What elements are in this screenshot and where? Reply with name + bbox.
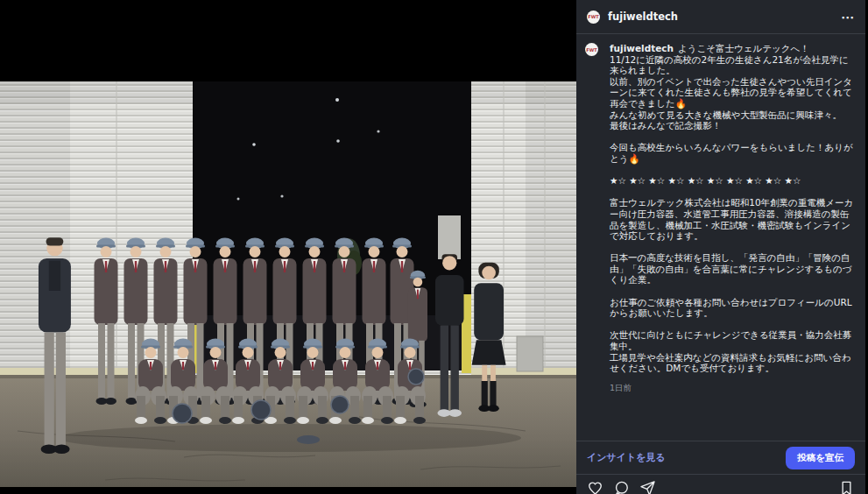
post-header: FWT fujiweldtech ⋯	[576, 0, 865, 34]
group-shadow	[57, 424, 521, 452]
more-options-button[interactable]: ⋯	[841, 9, 855, 25]
comment-button[interactable]	[613, 480, 630, 494]
post-timestamp: 1日前	[610, 383, 855, 394]
share-icon	[639, 480, 656, 494]
share-button[interactable]	[639, 480, 656, 494]
insights-row: インサイトを見る 投稿を宣伝	[576, 441, 865, 474]
bookmark-icon	[838, 480, 855, 494]
doorway	[193, 81, 471, 370]
heart-icon	[587, 480, 603, 494]
post-details-panel: FWT fujiweldtech ⋯ FWT fujiweldtechようこそ富…	[576, 0, 865, 494]
caption-username-link[interactable]: fujiweldtech	[610, 43, 674, 53]
username-link[interactable]: fujiweldtech	[608, 11, 678, 23]
comment-icon	[613, 480, 630, 494]
post-caption: fujiweldtechようこそ富士ウェルテックへ！ 11/12に近隣の高校の2…	[610, 43, 855, 374]
caption-avatar[interactable]: FWT	[585, 43, 598, 56]
like-button[interactable]	[587, 480, 603, 494]
inner-lit-window	[438, 215, 461, 259]
avatar[interactable]: FWT	[587, 11, 600, 24]
instagram-post-view: FWT fujiweldtech ⋯ FWT fujiweldtechようこそ富…	[0, 0, 868, 494]
post-actions-row	[576, 474, 865, 494]
caption-text: ようこそ富士ウェルテックへ！ 11/12に近隣の高校の2年生の生徒さん21名が会…	[610, 43, 853, 373]
ac-unit	[517, 336, 543, 371]
post-photo	[0, 0, 576, 494]
view-insights-link[interactable]: インサイトを見る	[587, 451, 666, 464]
save-button[interactable]	[838, 480, 855, 494]
promote-post-button[interactable]: 投稿を宣伝	[786, 447, 855, 469]
caption-area: FWT fujiweldtechようこそ富士ウェルテックへ！ 11/12に近隣の…	[576, 34, 865, 441]
group-photo-image	[0, 0, 576, 494]
more-options-icon: ⋯	[841, 10, 855, 25]
letterbox-bottom	[0, 487, 576, 494]
caption-column: fujiweldtechようこそ富士ウェルテックへ！ 11/12に近隣の高校の2…	[610, 43, 855, 441]
